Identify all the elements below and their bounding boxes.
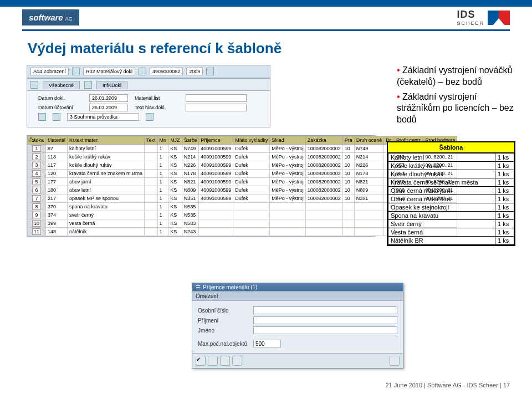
grid-cell: 100082000002 bbox=[305, 145, 342, 153]
grid-cell: 10 bbox=[342, 178, 354, 186]
popup-field-prijmeni[interactable] bbox=[253, 316, 397, 324]
software-ag-logo: software AG bbox=[22, 9, 79, 25]
grid-cell: 217 bbox=[46, 195, 68, 203]
field-a04[interactable]: A04 Zobrazení bbox=[30, 68, 69, 75]
grid-cell: 100082000002 bbox=[305, 195, 342, 203]
grid-cell: MěPo - výstroj bbox=[270, 145, 306, 153]
sablona-cell: Kalhoty letní bbox=[388, 153, 495, 161]
grid-header: Příjemce bbox=[199, 136, 233, 145]
popup-field-max[interactable]: 500 bbox=[253, 340, 281, 347]
grid-cell: vesta černá bbox=[68, 219, 145, 228]
grid-cell: 10 bbox=[342, 186, 354, 195]
val-datum-dokl[interactable]: 26.01.2009 bbox=[89, 94, 128, 102]
popup-field-osobni[interactable] bbox=[253, 306, 397, 314]
popup-prijemce: ☰ Příjemce materiálu (1) Omezení Osobní … bbox=[192, 283, 403, 369]
popup-lbl-max: Max.poč.nal.objektů bbox=[198, 341, 253, 347]
popup-list-icon: ☰ bbox=[196, 284, 201, 290]
grid-cell: 100082000002 bbox=[305, 178, 342, 186]
grid-cell: 100082000002 bbox=[305, 153, 342, 161]
val-material-list[interactable] bbox=[186, 94, 247, 102]
sap-tabs: Všeobecné InfKDokl Datum dokl. 26.01.200… bbox=[27, 78, 270, 127]
print-icon[interactable] bbox=[38, 113, 46, 121]
grid-cell: 1 bbox=[157, 203, 168, 211]
grid-cell: 11 bbox=[28, 228, 46, 236]
grid-cell: 177 bbox=[46, 178, 68, 186]
grid-cell: 1 bbox=[157, 219, 168, 228]
page-title: Výdej materiálu s referencí k šabloně bbox=[28, 40, 532, 57]
bullet-1: Základní vystrojení nováčků (čekatelů) –… bbox=[397, 65, 515, 88]
grid-cell: 40091000599 bbox=[199, 195, 233, 203]
grid-cell: 180 bbox=[46, 186, 68, 195]
grid-cell bbox=[354, 203, 384, 211]
grid-cell: 100082000002 bbox=[305, 161, 342, 170]
grid-cell: KS bbox=[168, 186, 182, 195]
bullet-2: Základní vystrojení strážníkům po licenc… bbox=[397, 91, 515, 126]
grid-cell: Dufek bbox=[233, 195, 270, 203]
grid-cell: 40091000599 bbox=[199, 186, 233, 195]
grid-cell: 1 bbox=[157, 186, 168, 195]
grid-cell bbox=[199, 228, 233, 236]
grid-cell: Dufek bbox=[233, 178, 270, 186]
val-souhrnna[interactable]: 3 Souhrnná průvodka bbox=[67, 113, 139, 121]
grid-header: Místo vykládky bbox=[233, 136, 270, 145]
grid-cell: 40091000599 bbox=[199, 145, 233, 153]
tab-infkdokl[interactable]: InfKDokl bbox=[96, 81, 127, 89]
info-icon[interactable] bbox=[206, 68, 214, 75]
sablona-cell: Obuv černá nízká letní bbox=[388, 195, 495, 203]
grid-cell: obuv letní bbox=[68, 186, 145, 195]
grid-cell: 120 bbox=[46, 170, 68, 178]
sablona-row: Nátělník BR1 ks bbox=[388, 236, 514, 244]
field-docnum[interactable]: 4909000082 bbox=[150, 68, 183, 75]
sablona-row: Kravata černá se znakem města1 ks bbox=[388, 178, 514, 186]
popup-field-jmeno[interactable] bbox=[253, 326, 397, 334]
grid-cell bbox=[270, 228, 306, 236]
vendor-icon[interactable] bbox=[84, 81, 92, 89]
grid-cell: N583 bbox=[182, 219, 199, 228]
collapse-icon[interactable] bbox=[30, 81, 38, 89]
popup-tool-button[interactable] bbox=[220, 356, 230, 366]
grid-header: MJZ bbox=[168, 136, 182, 145]
dropdown-icon[interactable] bbox=[72, 68, 80, 75]
grid-cell: 1 bbox=[157, 211, 168, 219]
check-icon[interactable] bbox=[53, 113, 60, 121]
grid-cell bbox=[305, 211, 342, 219]
grid-cell: KS bbox=[168, 153, 182, 161]
grid-cell bbox=[145, 186, 158, 195]
grid-cell bbox=[233, 228, 270, 236]
grid-cell: N178 bbox=[354, 170, 384, 178]
grid-cell: 9 bbox=[28, 211, 46, 219]
grid-cell: 40091000599 bbox=[199, 170, 233, 178]
grid-cell: 10 bbox=[342, 145, 354, 153]
sablona-row: Obuv černá nízká jarní1 ks bbox=[388, 186, 514, 195]
grid-header: Řádka bbox=[28, 136, 46, 145]
sablona-cell: Obuv černá nízká jarní bbox=[388, 186, 495, 195]
grid-cell: Dufek bbox=[233, 153, 270, 161]
ids-top: IDS bbox=[457, 9, 475, 20]
popup-close-button[interactable] bbox=[390, 356, 400, 366]
grid-cell: MěPo - výstroj bbox=[270, 170, 306, 178]
grid-cell: KS bbox=[168, 170, 182, 178]
grid-cell bbox=[342, 219, 354, 228]
dropdown-icon[interactable] bbox=[139, 68, 146, 75]
grid-cell: N749 bbox=[354, 145, 384, 153]
grid-cell: 3 bbox=[28, 161, 46, 170]
popup-help-button[interactable] bbox=[208, 356, 218, 366]
val-datum-uct[interactable]: 26.01.2009 bbox=[89, 104, 128, 111]
popup-tool2-button[interactable] bbox=[232, 356, 242, 366]
grid-cell: 10 bbox=[342, 153, 354, 161]
tab-vseobecne[interactable]: Všeobecné bbox=[43, 81, 80, 89]
sablona-cell: Vesta černá bbox=[388, 228, 495, 236]
grid-header: Šarže bbox=[182, 136, 199, 145]
popup-ok-button[interactable]: ✔ bbox=[196, 356, 206, 366]
grid-cell bbox=[145, 228, 158, 236]
grid-cell bbox=[145, 203, 158, 211]
field-r02[interactable]: R02 Materiálový dokl bbox=[83, 68, 135, 75]
grid-cell: Dufek bbox=[233, 145, 270, 153]
grid-cell: N821 bbox=[354, 178, 384, 186]
field-year[interactable]: 2009 bbox=[186, 68, 203, 75]
sablona-cell: 1 ks bbox=[495, 211, 514, 219]
dropdown-icon[interactable] bbox=[146, 113, 154, 121]
val-text-hlav[interactable] bbox=[186, 104, 247, 111]
sablona-table: Šablona Kalhoty letní1 ksKošile krátký r… bbox=[387, 141, 515, 246]
grid-cell bbox=[270, 203, 306, 211]
